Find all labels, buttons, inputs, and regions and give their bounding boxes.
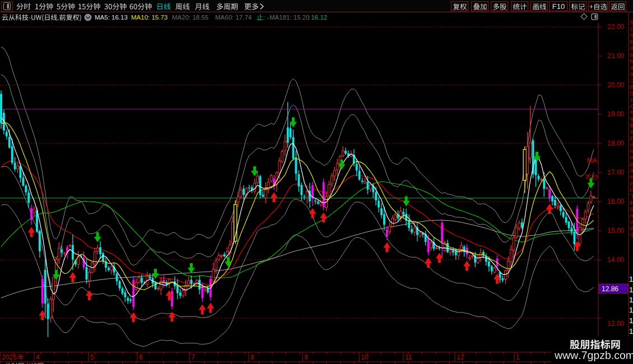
svg-text:18.00: 18.00 [607, 139, 624, 147]
svg-text:1: 1 [629, 306, 633, 314]
svg-text:MA60: 17.74: MA60: 17.74 [215, 14, 252, 21]
svg-text:15.00: 15.00 [607, 227, 624, 235]
svg-text:20.00: 20.00 [607, 81, 624, 89]
svg-text:1: 1 [629, 327, 633, 335]
svg-text:19.00: 19.00 [607, 110, 624, 118]
svg-text:21.00: 21.00 [607, 52, 624, 60]
svg-text:2025: 2025 [2, 353, 17, 361]
svg-text:7: 7 [191, 353, 195, 361]
svg-text:F10: F10 [552, 2, 565, 11]
svg-text:: 16.12: : 16.12 [308, 14, 327, 21]
svg-text:MA5: 16.13: MA5: 16.13 [95, 14, 128, 21]
svg-text:12.86: 12.86 [602, 285, 618, 293]
svg-text:1: 1 [629, 275, 633, 283]
svg-text:4: 4 [36, 353, 40, 361]
svg-text:1: 1 [629, 296, 633, 304]
svg-text:MA181: 15.20: MA181: 15.20 [269, 14, 310, 21]
svg-text:9: 9 [304, 353, 308, 361]
svg-text:MA: MA [587, 157, 597, 165]
svg-text:16.00: 16.00 [607, 198, 624, 206]
svg-text:1: 1 [629, 286, 633, 294]
svg-text:11: 11 [405, 353, 412, 361]
svg-text:MA20: 18.55: MA20: 18.55 [172, 14, 208, 21]
svg-text:12: 12 [457, 353, 464, 361]
svg-text:1: 1 [516, 353, 520, 361]
svg-text:6: 6 [139, 353, 143, 361]
svg-text:12.00: 12.00 [607, 320, 624, 328]
svg-text:: -: : - [263, 14, 269, 21]
svg-text:17.00: 17.00 [607, 169, 624, 176]
svg-text:1: 1 [629, 316, 633, 325]
svg-text:5: 5 [90, 353, 94, 361]
svg-text:14.00: 14.00 [607, 256, 624, 264]
svg-text:22.00: 22.00 [607, 23, 624, 31]
svg-text:8: 8 [250, 353, 254, 361]
svg-text:10: 10 [361, 353, 369, 361]
svg-text:MA10: 15.73: MA10: 15.73 [131, 14, 167, 21]
